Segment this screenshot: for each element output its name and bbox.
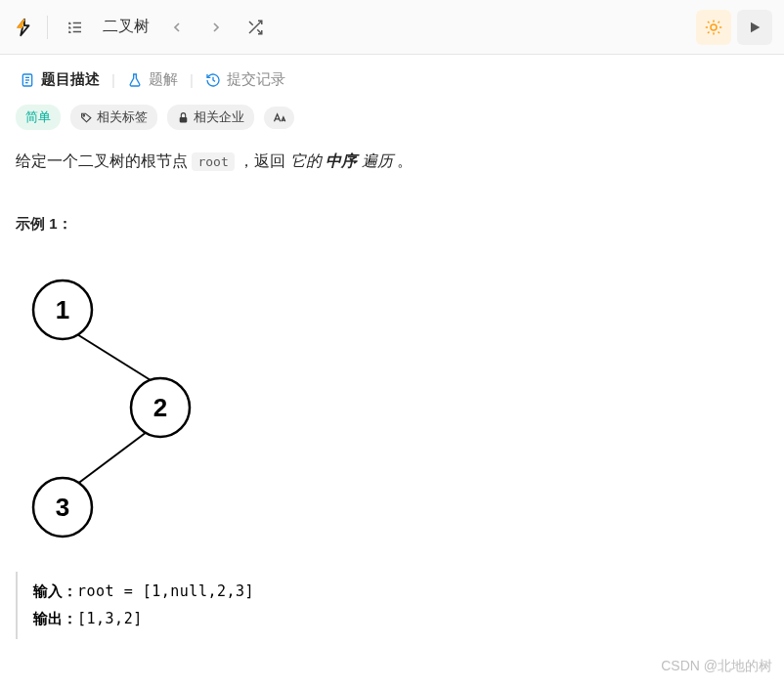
svg-line-5 <box>249 22 253 25</box>
tab-description[interactable]: 题目描述 <box>16 68 104 91</box>
svg-line-15 <box>72 429 151 488</box>
svg-point-6 <box>711 24 717 30</box>
svg-marker-7 <box>751 22 760 32</box>
document-icon <box>20 72 35 88</box>
desc-italic: 它的 <box>290 152 326 169</box>
tab-submissions-label: 提交记录 <box>227 70 285 89</box>
site-logo[interactable] <box>12 16 35 39</box>
companies-label: 相关企业 <box>194 108 244 126</box>
desc-text: 。 <box>393 152 413 169</box>
svg-line-14 <box>72 331 151 380</box>
history-icon <box>205 72 221 88</box>
font-pill[interactable] <box>264 107 294 129</box>
top-toolbar: 二叉树 <box>0 0 784 55</box>
tab-solution[interactable]: 题解 <box>123 68 182 91</box>
desc-text: ，返回 <box>235 152 290 169</box>
desc-code: root <box>192 152 234 171</box>
input-label: 输入： <box>33 582 77 599</box>
tree-node-2: 2 <box>153 393 167 422</box>
example-io: 输入：root = [1,null,2,3] 输出：[1,3,2] <box>16 572 768 639</box>
companies-pill[interactable]: 相关企业 <box>167 105 254 130</box>
tab-divider: | <box>111 71 115 88</box>
divider <box>47 16 48 39</box>
svg-rect-13 <box>180 116 188 121</box>
problem-content: 题目描述 | 题解 | 提交记录 简单 相关标签 相关企业 给定一个二叉树的根节… <box>0 55 784 653</box>
input-value: root = [1,null,2,3] <box>77 582 254 600</box>
desc-text: 给定一个二叉树的根节点 <box>16 152 192 169</box>
debug-button[interactable] <box>696 10 731 45</box>
shuffle-button[interactable] <box>240 12 271 43</box>
tab-submissions[interactable]: 提交记录 <box>201 68 289 91</box>
tree-node-1: 1 <box>56 295 69 324</box>
list-icon[interactable] <box>60 12 91 43</box>
tree-diagram: 1 2 3 <box>14 261 209 544</box>
lock-icon <box>177 111 190 124</box>
tab-solution-label: 题解 <box>149 70 178 89</box>
font-icon <box>272 110 286 125</box>
example-heading: 示例 1： <box>16 215 768 234</box>
run-button[interactable] <box>737 10 772 45</box>
prev-button[interactable] <box>161 12 193 43</box>
tag-icon <box>80 111 93 124</box>
tab-description-label: 题目描述 <box>41 70 100 89</box>
watermark: CSDN @北地的树 <box>661 658 772 675</box>
next-button[interactable] <box>200 12 232 43</box>
desc-italic: 遍历 <box>357 152 392 169</box>
flask-icon <box>127 72 143 88</box>
breadcrumb[interactable]: 二叉树 <box>99 17 153 37</box>
meta-pills: 简单 相关标签 相关企业 <box>16 105 768 130</box>
desc-bold: 中序 <box>326 152 357 169</box>
tree-node-3: 3 <box>56 493 69 522</box>
content-tabs: 题目描述 | 题解 | 提交记录 <box>16 68 768 91</box>
problem-description: 给定一个二叉树的根节点 root ，返回 它的 中序 遍历 。 <box>16 148 768 176</box>
tab-divider: | <box>190 71 194 88</box>
output-label: 输出： <box>33 610 77 626</box>
tags-label: 相关标签 <box>97 108 148 126</box>
tags-pill[interactable]: 相关标签 <box>70 105 157 130</box>
svg-point-12 <box>83 114 85 116</box>
difficulty-badge: 简单 <box>16 105 61 130</box>
output-value: [1,3,2] <box>77 610 143 627</box>
